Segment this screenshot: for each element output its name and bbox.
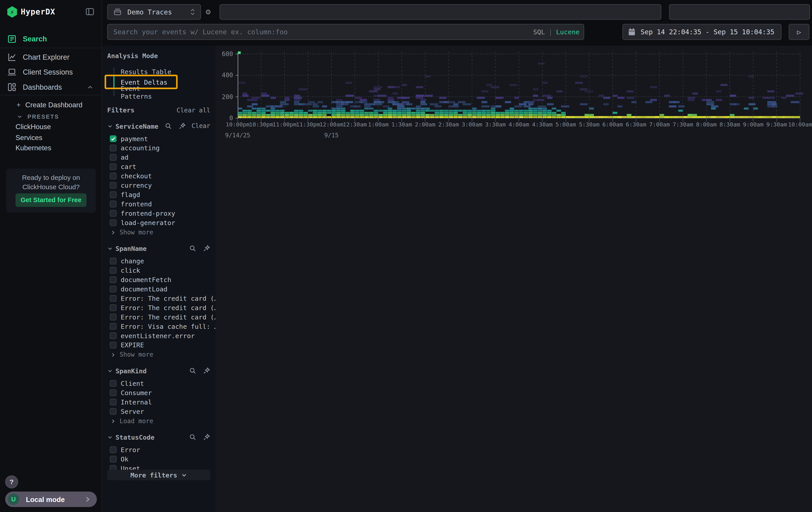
show-more-button[interactable]: Show more xyxy=(107,350,210,359)
filter-option-label: change xyxy=(121,257,144,265)
x-tick-label: 10:00pm xyxy=(226,121,250,128)
filter-option[interactable]: currency xyxy=(107,181,210,190)
sidebar-collapse-icon[interactable] xyxy=(85,7,94,16)
user-menu[interactable]: U Local mode xyxy=(5,491,97,507)
checkbox[interactable] xyxy=(110,191,117,198)
analysis-mode-event-patterns[interactable]: Event Patterns xyxy=(107,87,173,98)
clear-all-button[interactable]: Clear all xyxy=(177,107,210,114)
show-more-button[interactable]: Load more xyxy=(107,417,210,425)
source-select[interactable]: Demo Traces xyxy=(107,4,201,20)
search-icon[interactable] xyxy=(165,122,172,130)
filter-option[interactable]: Error: The credit card (… xyxy=(107,303,210,312)
pin-icon[interactable] xyxy=(203,367,210,375)
search-input[interactable] xyxy=(108,24,583,39)
search-icon[interactable] xyxy=(189,244,197,252)
help-button[interactable]: ? xyxy=(5,476,18,488)
create-dashboard-button[interactable]: + Create Dashboard xyxy=(0,100,118,110)
search-icon[interactable] xyxy=(189,433,197,441)
checkbox[interactable] xyxy=(110,323,117,329)
filter-option[interactable]: EXPIRE xyxy=(107,340,210,350)
filter-option[interactable]: frontend xyxy=(107,199,210,208)
preset-item-clickhouse[interactable]: ClickHouse xyxy=(0,121,117,132)
checkbox[interactable] xyxy=(110,399,117,405)
clear-group-button[interactable]: Clear xyxy=(192,123,210,130)
filter-option[interactable]: accounting xyxy=(107,143,210,153)
filter-group-name[interactable]: SpanKind xyxy=(115,367,147,375)
gear-icon[interactable]: ⚙ xyxy=(203,7,213,17)
filter-option[interactable]: Error: Visa cache full: … xyxy=(107,321,210,331)
heatmap-plot[interactable] xyxy=(238,52,800,118)
pin-icon[interactable] xyxy=(178,122,186,130)
checkbox[interactable] xyxy=(110,135,117,142)
sidebar-item-dashboards[interactable]: Dashboards xyxy=(0,79,102,95)
checkbox[interactable] xyxy=(110,154,117,161)
preset-item-kubernetes[interactable]: Kubernetes xyxy=(0,143,117,154)
filter-option[interactable]: Ok xyxy=(107,454,210,463)
filter-option[interactable]: documentLoad xyxy=(107,284,210,293)
filter-option[interactable]: click xyxy=(107,265,210,275)
checkbox[interactable] xyxy=(110,304,117,311)
checkbox[interactable] xyxy=(110,389,117,396)
filter-option[interactable]: eventListener.error xyxy=(107,331,210,340)
filter-option[interactable]: change xyxy=(107,256,210,266)
hyperdx-app: ⚡ HyperDX SearchChart ExplorerClient Ses… xyxy=(0,0,812,512)
checkbox[interactable] xyxy=(110,182,117,188)
checkbox[interactable] xyxy=(110,219,117,226)
filter-option[interactable]: documentFetch xyxy=(107,275,210,284)
more-filters-button[interactable]: More filters xyxy=(107,470,210,480)
preset-item-services[interactable]: Services xyxy=(0,132,117,143)
checkbox[interactable] xyxy=(110,446,117,453)
checkbox[interactable] xyxy=(110,286,117,292)
sidebar-item-client-sessions[interactable]: Client Sessions xyxy=(0,64,102,79)
filter-option[interactable]: Consumer xyxy=(107,388,210,397)
filter-option[interactable]: Server xyxy=(107,406,210,416)
x-tick-label: 10:00am xyxy=(788,121,812,128)
checkbox[interactable] xyxy=(110,172,117,179)
filter-option[interactable]: frontend-proxy xyxy=(107,208,210,218)
sql-query-editor[interactable] xyxy=(220,4,662,20)
checkbox[interactable] xyxy=(110,295,117,301)
filter-group-name[interactable]: ServiceName xyxy=(115,122,158,130)
checkbox[interactable] xyxy=(110,144,117,151)
time-range-picker[interactable]: Sep 14 22:04:35 - Sep 15 10:04:35 xyxy=(622,24,782,40)
show-more-button[interactable]: Show more xyxy=(107,228,210,236)
filter-option[interactable]: Error xyxy=(107,445,210,454)
run-query-button[interactable]: ▷ xyxy=(789,24,809,40)
search-icon[interactable] xyxy=(189,367,197,375)
pin-icon[interactable] xyxy=(203,433,210,441)
checkbox[interactable] xyxy=(110,332,117,339)
checkbox[interactable] xyxy=(110,380,117,386)
checkbox[interactable] xyxy=(110,267,117,273)
sidebar-item-chart-explorer[interactable]: Chart Explorer xyxy=(0,49,102,64)
sidebar-item-search[interactable]: Search xyxy=(0,31,102,46)
lucene-toggle[interactable]: Lucene xyxy=(556,28,579,36)
filter-option[interactable]: ad xyxy=(107,153,210,162)
checkbox[interactable] xyxy=(110,210,117,216)
filter-option[interactable]: load-generator xyxy=(107,218,210,227)
get-started-button[interactable]: Get Started for Free xyxy=(16,193,86,207)
filter-option[interactable]: Error: The credit card (… xyxy=(107,312,210,321)
checkbox[interactable] xyxy=(110,276,117,283)
analysis-mode-results-table[interactable]: Results Table xyxy=(107,66,173,77)
sql-toggle[interactable]: SQL xyxy=(533,28,545,36)
filter-option[interactable]: Client xyxy=(107,378,210,388)
filter-option[interactable]: Error: The credit card (… xyxy=(107,293,210,303)
filter-option[interactable]: Internal xyxy=(107,397,210,406)
checkbox[interactable] xyxy=(110,163,117,170)
filter-group-name[interactable]: SpanName xyxy=(115,244,147,252)
checkbox[interactable] xyxy=(110,455,117,462)
presets-toggle[interactable]: PRESETS xyxy=(0,111,118,122)
checkbox[interactable] xyxy=(110,408,117,414)
analysis-mode-title: Analysis Mode xyxy=(107,52,210,60)
filter-option[interactable]: flagd xyxy=(107,190,210,199)
filter-group-name[interactable]: StatusCode xyxy=(115,433,154,441)
checkbox[interactable] xyxy=(110,200,117,207)
order-by-editor[interactable] xyxy=(669,4,810,20)
filter-option[interactable]: cart xyxy=(107,162,210,171)
filter-option[interactable]: checkout xyxy=(107,171,210,181)
checkbox[interactable] xyxy=(110,257,117,264)
filter-option[interactable]: payment xyxy=(107,134,210,143)
pin-icon[interactable] xyxy=(203,244,210,252)
checkbox[interactable] xyxy=(110,342,117,348)
checkbox[interactable] xyxy=(110,314,117,320)
